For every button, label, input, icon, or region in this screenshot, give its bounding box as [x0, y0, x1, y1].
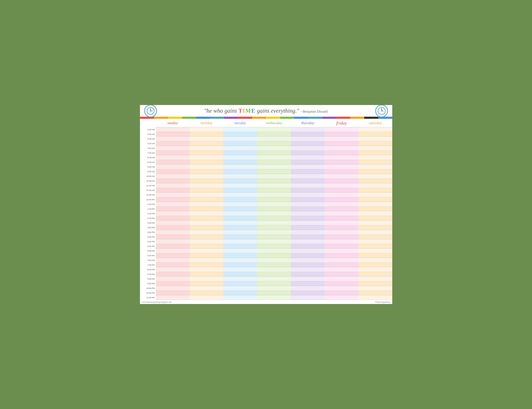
day-cell[interactable] [156, 244, 190, 249]
day-cell[interactable] [359, 146, 392, 151]
day-cell[interactable] [325, 197, 359, 202]
day-cell[interactable] [257, 216, 291, 221]
day-cell[interactable] [257, 286, 291, 291]
day-cell[interactable] [223, 216, 257, 221]
day-cell[interactable] [156, 132, 190, 136]
day-cell[interactable] [291, 136, 325, 141]
day-cell[interactable] [359, 141, 392, 146]
day-cell[interactable] [156, 211, 190, 216]
day-cell[interactable] [291, 239, 325, 244]
day-cell[interactable] [359, 249, 392, 253]
day-cell[interactable] [325, 225, 359, 230]
day-cell[interactable] [257, 141, 291, 146]
day-cell[interactable] [257, 160, 291, 165]
day-cell[interactable] [291, 151, 325, 155]
day-cell[interactable] [223, 155, 257, 160]
day-cell[interactable] [257, 165, 291, 169]
day-cell[interactable] [325, 207, 359, 211]
day-cell[interactable] [325, 244, 359, 249]
day-cell[interactable] [325, 221, 359, 225]
day-cell[interactable] [156, 235, 190, 239]
day-cell[interactable] [257, 207, 291, 211]
day-cell[interactable] [325, 202, 359, 207]
day-cell[interactable] [223, 244, 257, 249]
day-cell[interactable] [325, 253, 359, 258]
day-cell[interactable] [291, 207, 325, 211]
day-cell[interactable] [223, 253, 257, 258]
day-cell[interactable] [257, 230, 291, 235]
day-cell[interactable] [257, 174, 291, 179]
day-cell[interactable] [190, 202, 223, 207]
day-cell[interactable] [325, 151, 359, 155]
day-cell[interactable] [190, 160, 223, 165]
day-cell[interactable] [190, 277, 223, 281]
day-cell[interactable] [156, 253, 190, 258]
day-cell[interactable] [325, 267, 359, 272]
day-cell[interactable] [156, 127, 190, 132]
day-cell[interactable] [359, 277, 392, 281]
day-cell[interactable] [223, 197, 257, 202]
day-cell[interactable] [190, 132, 223, 136]
day-cell[interactable] [190, 258, 223, 263]
day-cell[interactable] [359, 230, 392, 235]
day-cell[interactable] [359, 272, 392, 277]
day-cell[interactable] [359, 281, 392, 286]
day-cell[interactable] [190, 225, 223, 230]
day-cell[interactable] [190, 295, 223, 300]
day-cell[interactable] [325, 249, 359, 253]
day-cell[interactable] [156, 295, 190, 300]
day-cell[interactable] [223, 291, 257, 295]
day-cell[interactable] [291, 249, 325, 253]
day-cell[interactable] [325, 165, 359, 169]
day-cell[interactable] [190, 267, 223, 272]
day-cell[interactable] [325, 258, 359, 263]
day-cell[interactable] [359, 202, 392, 207]
day-cell[interactable] [190, 253, 223, 258]
day-cell[interactable] [359, 179, 392, 183]
day-cell[interactable] [156, 225, 190, 230]
day-cell[interactable] [359, 169, 392, 174]
day-cell[interactable] [359, 165, 392, 169]
day-cell[interactable] [223, 146, 257, 151]
day-cell[interactable] [257, 151, 291, 155]
day-cell[interactable] [257, 258, 291, 263]
day-cell[interactable] [156, 272, 190, 277]
day-cell[interactable] [359, 216, 392, 221]
day-cell[interactable] [257, 249, 291, 253]
day-cell[interactable] [359, 151, 392, 155]
day-cell[interactable] [156, 136, 190, 141]
day-cell[interactable] [359, 263, 392, 267]
day-cell[interactable] [257, 239, 291, 244]
day-cell[interactable] [359, 132, 392, 136]
day-cell[interactable] [190, 235, 223, 239]
day-cell[interactable] [190, 169, 223, 174]
day-cell[interactable] [257, 193, 291, 197]
day-cell[interactable] [291, 160, 325, 165]
day-cell[interactable] [325, 136, 359, 141]
day-cell[interactable] [257, 291, 291, 295]
day-cell[interactable] [257, 183, 291, 188]
day-cell[interactable] [190, 281, 223, 286]
day-cell[interactable] [223, 221, 257, 225]
day-cell[interactable] [223, 230, 257, 235]
day-cell[interactable] [291, 258, 325, 263]
day-cell[interactable] [156, 169, 190, 174]
day-cell[interactable] [257, 146, 291, 151]
day-cell[interactable] [359, 183, 392, 188]
day-cell[interactable] [223, 183, 257, 188]
day-cell[interactable] [190, 272, 223, 277]
day-cell[interactable] [190, 230, 223, 235]
day-cell[interactable] [291, 211, 325, 216]
day-cell[interactable] [257, 169, 291, 174]
day-cell[interactable] [257, 253, 291, 258]
day-cell[interactable] [190, 291, 223, 295]
day-cell[interactable] [325, 235, 359, 239]
day-cell[interactable] [359, 193, 392, 197]
day-cell[interactable] [190, 239, 223, 244]
day-cell[interactable] [223, 188, 257, 193]
day-cell[interactable] [223, 267, 257, 272]
day-cell[interactable] [325, 188, 359, 193]
day-cell[interactable] [190, 127, 223, 132]
day-cell[interactable] [325, 183, 359, 188]
day-cell[interactable] [223, 169, 257, 174]
